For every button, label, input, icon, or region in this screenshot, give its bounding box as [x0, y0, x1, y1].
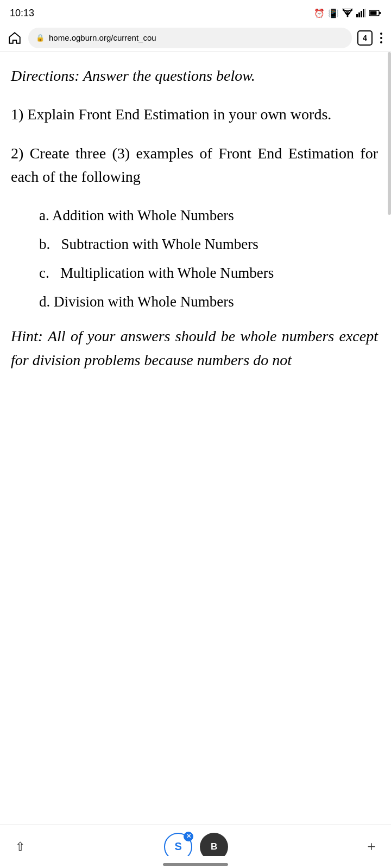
- status-icons: ⏰ 📳: [314, 8, 381, 18]
- question-1: 1) Explain Front End Estimation in your …: [11, 103, 378, 126]
- home-button[interactable]: [7, 30, 23, 46]
- badge: ✕: [184, 832, 193, 841]
- badge-x-icon: ✕: [186, 833, 191, 839]
- question-2-intro: 2) Create three (3) examples of Front En…: [11, 142, 378, 189]
- vibrate-icon: 📳: [328, 8, 339, 18]
- sub-label-c: c.: [39, 265, 60, 281]
- svg-rect-7: [363, 9, 364, 17]
- hint-section: Hint: All of your answers should be whol…: [11, 324, 378, 372]
- address-bar[interactable]: 🔒 home.ogburn.org/current_cou: [28, 28, 352, 48]
- hint-text: Hint: All of your answers should be whol…: [11, 324, 378, 372]
- sub-item-c: c. Multiplication with Whole Numbers: [39, 261, 378, 285]
- sub-label-d: d.: [39, 293, 54, 310]
- sub-text-a: Addition with Whole Numbers: [52, 207, 234, 224]
- sub-text-d: Division with Whole Numbers: [54, 293, 234, 310]
- sub-text-b: Subtraction with Whole Numbers: [61, 236, 258, 252]
- browser-bar: 🔒 home.ogburn.org/current_cou 4: [0, 24, 391, 52]
- signal-icon: [356, 9, 366, 17]
- home-indicator: [163, 863, 228, 866]
- svg-rect-4: [356, 14, 358, 17]
- sub-label-b: b.: [39, 236, 61, 252]
- plus-button[interactable]: +: [367, 838, 376, 856]
- svg-rect-8: [365, 9, 366, 17]
- scroll-indicator[interactable]: [388, 52, 391, 215]
- alarm-icon: ⏰: [314, 8, 325, 18]
- sub-items-list: a. Addition with Whole Numbers b. Subtra…: [11, 204, 378, 314]
- status-time: 10:13: [10, 8, 34, 19]
- tab-count[interactable]: 4: [357, 30, 373, 46]
- svg-rect-10: [379, 12, 381, 14]
- lock-icon: 🔒: [36, 34, 45, 42]
- directions-text: Directions: Answer the questions below.: [11, 64, 378, 87]
- sub-text-c: Multiplication with Whole Numbers: [60, 265, 274, 281]
- status-bar: 10:13 ⏰ 📳: [0, 0, 391, 24]
- main-content: Directions: Answer the questions below. …: [0, 52, 391, 384]
- svg-rect-5: [358, 12, 360, 17]
- battery-icon: [369, 9, 381, 17]
- wifi-icon: [342, 9, 353, 17]
- home-bar: [0, 856, 391, 868]
- sub-item-b: b. Subtraction with Whole Numbers: [39, 233, 378, 256]
- url-text: home.ogburn.org/current_cou: [49, 33, 344, 42]
- sub-label-a: a.: [39, 207, 52, 224]
- menu-button[interactable]: [378, 30, 384, 46]
- svg-point-3: [347, 16, 349, 17]
- b-label: B: [211, 841, 217, 852]
- svg-rect-11: [370, 11, 377, 15]
- sub-item-a: a. Addition with Whole Numbers: [39, 204, 378, 227]
- s-label: S: [174, 840, 181, 853]
- svg-rect-6: [361, 11, 362, 17]
- chevron-up-icon[interactable]: ⇧: [15, 840, 25, 854]
- sub-item-d: d. Division with Whole Numbers: [39, 290, 378, 314]
